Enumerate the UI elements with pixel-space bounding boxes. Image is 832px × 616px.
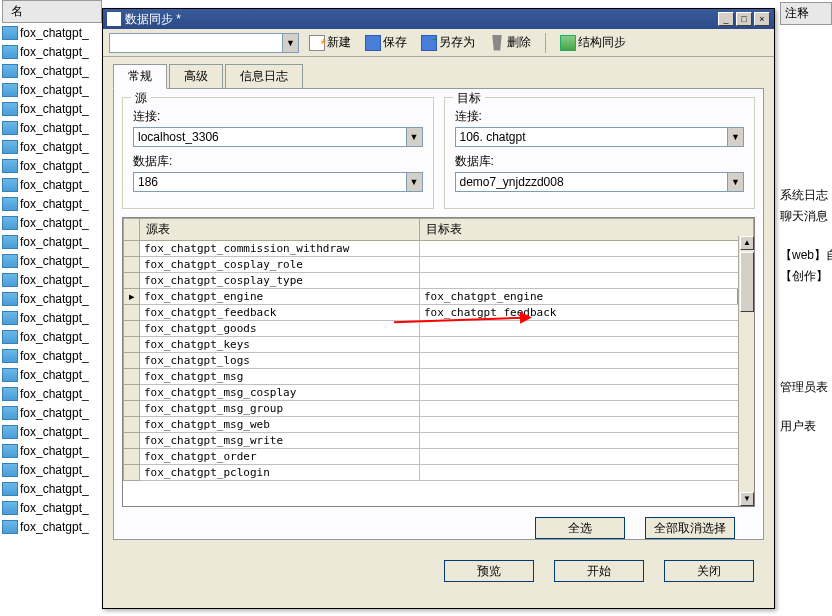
source-cell[interactable]: fox_chatgpt_msg [140,369,420,385]
table-row[interactable]: fox_chatgpt_pclogin [124,465,754,481]
scroll-down-icon[interactable]: ▼ [740,492,754,506]
source-conn-combo[interactable]: localhost_3306▼ [133,127,423,147]
source-cell[interactable]: fox_chatgpt_engine [140,289,420,305]
tab-advanced[interactable]: 高级 [169,64,223,89]
preview-button[interactable]: 预览 [444,560,534,582]
delete-button[interactable]: 删除 [485,32,535,53]
target-cell[interactable]: fox_chatgpt_feedback [420,305,754,321]
target-cell[interactable] [420,385,754,401]
scroll-up-icon[interactable]: ▲ [740,236,754,250]
source-cell[interactable]: fox_chatgpt_msg_web [140,417,420,433]
tab-general[interactable]: 常规 [113,64,167,89]
table-row[interactable]: fox_chatgpt_msg_write [124,433,754,449]
maximize-button[interactable]: □ [736,12,752,26]
table-row[interactable]: fox_chatgpt_msg [124,369,754,385]
table-row[interactable]: fox_chatgpt_msg_cosplay [124,385,754,401]
table-row[interactable]: ▸fox_chatgpt_enginefox_chatgpt_engine▼ [124,289,754,305]
source-cell[interactable]: fox_chatgpt_pclogin [140,465,420,481]
bg-table-item[interactable]: fox_chatgpt_ [2,251,102,270]
bg-table-item[interactable]: fox_chatgpt_ [2,232,102,251]
target-cell[interactable] [420,465,754,481]
bg-table-item[interactable]: fox_chatgpt_ [2,99,102,118]
source-cell[interactable]: fox_chatgpt_feedback [140,305,420,321]
titlebar[interactable]: 数据同步 * _ □ × [103,9,774,29]
target-cell[interactable] [420,321,754,337]
bg-table-item[interactable]: fox_chatgpt_ [2,422,102,441]
vertical-scrollbar[interactable]: ▲ ▼ [738,236,754,506]
target-cell[interactable] [420,417,754,433]
source-cell[interactable]: fox_chatgpt_msg_write [140,433,420,449]
target-cell[interactable] [420,353,754,369]
bg-table-item[interactable]: fox_chatgpt_ [2,498,102,517]
source-cell[interactable]: fox_chatgpt_keys [140,337,420,353]
bg-table-item[interactable]: fox_chatgpt_ [2,175,102,194]
select-all-button[interactable]: 全选 [535,517,625,539]
target-cell[interactable] [420,433,754,449]
table-row[interactable]: fox_chatgpt_goods [124,321,754,337]
table-row[interactable]: fox_chatgpt_cosplay_type [124,273,754,289]
target-db-combo[interactable]: demo7_ynjdzzd008▼ [455,172,745,192]
target-cell[interactable] [420,257,754,273]
table-row[interactable]: fox_chatgpt_feedbackfox_chatgpt_feedback [124,305,754,321]
bg-table-item[interactable]: fox_chatgpt_ [2,441,102,460]
bg-table-item[interactable]: fox_chatgpt_ [2,61,102,80]
source-cell[interactable]: fox_chatgpt_msg_cosplay [140,385,420,401]
bg-table-item[interactable]: fox_chatgpt_ [2,346,102,365]
bg-table-item[interactable]: fox_chatgpt_ [2,517,102,536]
source-cell[interactable]: fox_chatgpt_order [140,449,420,465]
minimize-button[interactable]: _ [718,12,734,26]
source-cell[interactable]: fox_chatgpt_cosplay_role [140,257,420,273]
bg-table-item[interactable]: fox_chatgpt_ [2,460,102,479]
target-cell[interactable] [420,401,754,417]
source-cell[interactable]: fox_chatgpt_goods [140,321,420,337]
source-cell[interactable]: fox_chatgpt_cosplay_type [140,273,420,289]
source-db-combo[interactable]: 186▼ [133,172,423,192]
target-cell[interactable] [420,337,754,353]
bg-table-item[interactable]: fox_chatgpt_ [2,118,102,137]
deselect-all-button[interactable]: 全部取消选择 [645,517,735,539]
bg-table-item[interactable]: fox_chatgpt_ [2,384,102,403]
struct-sync-button[interactable]: 结构同步 [556,32,630,53]
bg-table-item[interactable]: fox_chatgpt_ [2,194,102,213]
tab-log[interactable]: 信息日志 [225,64,303,89]
bg-table-item[interactable]: fox_chatgpt_ [2,327,102,346]
bg-table-item[interactable]: fox_chatgpt_ [2,403,102,422]
start-button[interactable]: 开始 [554,560,644,582]
source-cell[interactable]: fox_chatgpt_msg_group [140,401,420,417]
scroll-thumb[interactable] [740,252,754,312]
table-row[interactable]: fox_chatgpt_keys [124,337,754,353]
bg-table-item[interactable]: fox_chatgpt_ [2,23,102,42]
bg-table-item[interactable]: fox_chatgpt_ [2,308,102,327]
close-button[interactable]: × [754,12,770,26]
bg-table-item[interactable]: fox_chatgpt_ [2,479,102,498]
table-row[interactable]: fox_chatgpt_msg_web [124,417,754,433]
bg-table-item[interactable]: fox_chatgpt_ [2,80,102,99]
table-row[interactable]: fox_chatgpt_msg_group [124,401,754,417]
bg-table-item[interactable]: fox_chatgpt_ [2,213,102,232]
table-row[interactable]: fox_chatgpt_commission_withdraw [124,241,754,257]
bg-table-item[interactable]: fox_chatgpt_ [2,156,102,175]
target-cell[interactable]: fox_chatgpt_engine▼ [420,289,754,305]
source-cell[interactable]: fox_chatgpt_commission_withdraw [140,241,420,257]
bg-table-item[interactable]: fox_chatgpt_ [2,365,102,384]
source-col-header[interactable]: 源表 [140,219,420,241]
target-cell[interactable] [420,449,754,465]
target-cell[interactable] [420,241,754,257]
table-row[interactable]: fox_chatgpt_order [124,449,754,465]
saveas-button[interactable]: 另存为 [417,32,479,53]
target-col-header[interactable]: 目标表 [420,219,754,241]
target-cell[interactable] [420,369,754,385]
target-cell[interactable] [420,273,754,289]
bg-table-item[interactable]: fox_chatgpt_ [2,289,102,308]
table-row[interactable]: fox_chatgpt_cosplay_role [124,257,754,273]
bg-table-item[interactable]: fox_chatgpt_ [2,137,102,156]
source-cell[interactable]: fox_chatgpt_logs [140,353,420,369]
save-button[interactable]: 保存 [361,32,411,53]
bg-table-item[interactable]: fox_chatgpt_ [2,270,102,289]
new-button[interactable]: 新建 [305,32,355,53]
bg-table-item[interactable]: fox_chatgpt_ [2,42,102,61]
close-dialog-button[interactable]: 关闭 [664,560,754,582]
target-conn-combo[interactable]: 106. chatgpt▼ [455,127,745,147]
profile-combo[interactable]: ▼ [109,33,299,53]
table-row[interactable]: fox_chatgpt_logs [124,353,754,369]
